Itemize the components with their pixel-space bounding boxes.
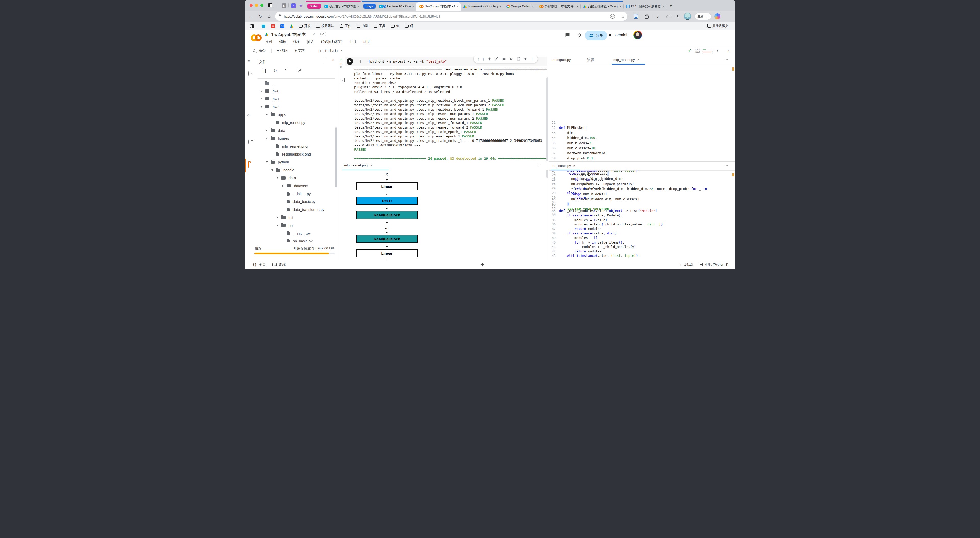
code-line[interactable]: 33 dim, [549,130,732,135]
run-cell-button[interactable] [347,58,353,65]
code-line[interactable]: 34 hidden_dim=100, [549,135,732,141]
tree-row[interactable]: python [252,158,334,166]
expander-icon[interactable] [277,225,279,226]
comment-cell-icon[interactable] [502,57,506,61]
tree-row[interactable]: datasets [252,182,334,190]
open-in-editor-icon[interactable] [517,57,520,61]
code-line[interactable]: 36 num_classes=10, [549,146,732,151]
back-icon[interactable]: ← [247,14,255,19]
extension-icon-translate[interactable]: ◗ [291,3,296,8]
code-line[interactable]: 40 for k, v in value.items(): [549,240,732,245]
code-line[interactable]: 35 modules = [value] [549,218,732,222]
run-all-caret-icon[interactable]: ▾ [341,49,342,52]
other-bookmarks-folder[interactable]: 其他收藏夹 [708,24,729,28]
ram-gauge[interactable] [702,48,713,51]
share-button[interactable]: 分享 [585,30,607,40]
close-files-panel-icon[interactable]: × [332,58,334,63]
browser-tab[interactable]: homework - Google 云× [461,2,504,11]
tab-close-icon[interactable]: × [662,5,664,8]
menu-修改[interactable]: 修改 [279,39,286,44]
tree-row[interactable]: hw1 [252,95,334,103]
gemini-extension-icon[interactable] [299,3,303,8]
reading-list-icon[interactable] [634,14,638,19]
settings-gear-icon[interactable] [576,32,582,38]
files-icon[interactable] [246,163,251,167]
extension-icon-k[interactable]: K [282,3,286,8]
tab-close-icon[interactable]: × [457,5,458,8]
notebook-title[interactable]: “hw2.ipynb”的副本 [270,32,306,38]
tree-row[interactable]: hw0 [252,87,334,95]
expander-icon[interactable] [271,169,273,171]
bookmark-item[interactable]: 校园网站 [316,24,334,28]
new-tab-button[interactable]: + [670,3,672,8]
code-line[interactable]: 43 elif isinstance(value, (list, tuple))… [549,254,732,258]
code-line[interactable]: 30 return [] [549,195,732,200]
menu-插入[interactable]: 插入 [307,39,314,44]
code-line[interactable]: 33def _child_modules(value: object) -> L… [549,209,732,213]
menu-文件[interactable]: 文件 [266,39,273,44]
collapse-header-icon[interactable]: ∧ [727,48,730,53]
code-line[interactable]: 37 norm=nn.BatchNorm1d, [549,151,732,156]
menu-视图[interactable]: 视图 [293,39,301,44]
code-line[interactable]: 31 [549,200,732,204]
delete-cell-icon[interactable] [524,57,527,61]
code-line[interactable]: 24 elif isinstance(value, (list, tuple))… [549,171,732,173]
commands-button[interactable]: 命令 [259,48,266,53]
cell-settings-gear-icon[interactable] [509,57,513,61]
expander-icon[interactable] [266,161,268,163]
browser-tab[interactable]: 动态首页-哔哩哔哩× [322,2,361,11]
code-line[interactable]: 36 modules.extend(_child_modules(value._… [549,222,732,227]
bookmark-star-icon[interactable]: ☆ [621,14,625,19]
favorites-list-icon[interactable]: ☆ [666,14,669,18]
code-line[interactable]: 31 [549,120,732,125]
home-icon[interactable]: ⌂ [266,14,273,19]
code-line[interactable]: 27 params += _unpack_params(v) [549,182,732,186]
tree-row[interactable]: data_basic.py [252,198,334,206]
image-pane-tab[interactable]: mlp_resnet.png× [344,163,372,167]
gemini-statusbar-icon[interactable] [480,263,484,267]
cell-code[interactable]: !python3 -m pytest -v -s -k "test_mlp" [368,59,447,63]
menu-帮助[interactable]: 帮助 [363,39,370,44]
add-code-button[interactable]: + 代码 [277,48,287,53]
expander-icon[interactable] [266,114,268,116]
address-bar[interactable]: https://colab.research.google.com/drive/… [275,12,627,21]
run-all-icon[interactable]: ▷ [319,49,321,52]
bookmark-item[interactable]: 研 [405,24,414,28]
gemini-label[interactable]: Gemini [614,33,627,37]
code-line[interactable]: 32def MLPResNet( [549,125,732,130]
star-notebook-icon[interactable]: ☆ [312,32,316,37]
music-note-icon[interactable]: ♪ [654,14,662,19]
update-button[interactable]: 更新⋯ [695,13,711,20]
editor-bottom-more-icon[interactable]: ⋯ [724,163,729,168]
code-line[interactable]: 26 for v in value: [549,177,732,182]
bookmark-item[interactable]: 工作 [340,24,351,28]
expander-icon[interactable] [277,177,279,179]
image-pane-more-icon[interactable]: ⋯ [538,163,542,168]
tree-row[interactable]: data [252,174,334,182]
site-permissions-icon[interactable]: ⋯ [610,14,615,19]
editor-bottom-code[interactable]: 24 elif isinstance(value, (list, tuple))… [549,171,732,260]
variables-icon[interactable]: {} [253,263,257,267]
terminal-icon[interactable]: >_ [272,263,277,267]
tab-close-icon[interactable]: × [532,5,534,8]
account-avatar[interactable] [633,30,642,39]
tab-group-label[interactable]: dlsys [363,3,375,9]
bookmark-item[interactable]: 鱼 [391,24,399,28]
extensions-icon[interactable] [645,15,649,19]
tab-resources[interactable]: 资源 [587,58,594,62]
run-all-button[interactable]: 全部运行 [324,48,338,53]
terminal-button[interactable]: 终端 [279,262,286,267]
tab-nn-basic[interactable]: nn_basic.py× [552,164,575,168]
code-line[interactable]: 28 return params [549,186,732,191]
expander-icon[interactable] [266,130,268,132]
browser-profile-avatar[interactable] [684,13,691,20]
code-line[interactable]: 34 if isinstance(value, Module): [549,213,732,218]
expander-icon[interactable] [261,98,262,100]
tree-row[interactable]: apps [252,111,334,119]
table-of-contents-icon[interactable]: ≡ [246,59,251,64]
code-line[interactable]: 38 drop_prob=0.1, [549,156,732,161]
kernel-icon[interactable] [699,263,703,267]
tree-row[interactable]: __init__.py [252,229,334,237]
cell-more-icon[interactable]: ⋮ [531,57,534,61]
tree-row[interactable]: data [252,127,334,134]
